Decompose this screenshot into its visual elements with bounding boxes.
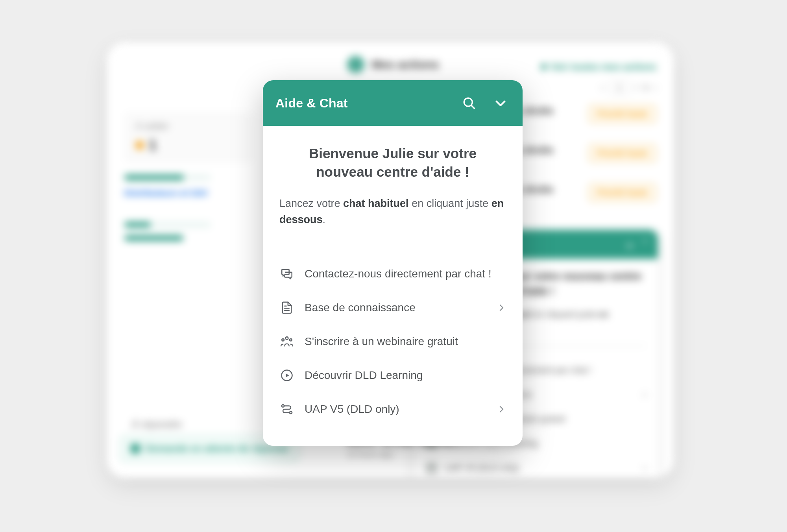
svg-line-1 (471, 105, 475, 109)
bg-echo-item: UAP V5 (DLD only)› (426, 456, 646, 478)
help-welcome-title: Bienvenue Julie sur votre nouveau centre… (279, 144, 506, 181)
help-header-title: Aide & Chat (275, 96, 348, 111)
bg-pager[interactable]: ‹ 1 / 3 › (601, 81, 656, 94)
pager-page: 1 (609, 81, 630, 94)
help-item-label: Base de connaissance (305, 301, 486, 314)
help-item-webinar[interactable]: S'inscrire à un webinaire gratuit (279, 325, 506, 358)
svg-point-7 (290, 339, 292, 341)
bg-view-all-label: Voir toutes mes actions (551, 61, 656, 72)
pager-sep: / (635, 83, 637, 93)
priority-badge: Priorité haute (588, 144, 656, 163)
svg-point-5 (286, 337, 288, 340)
priority-badge: Priorité haute (588, 183, 656, 202)
bg-progress-bar (124, 235, 183, 241)
pager-total: 3 (643, 83, 648, 93)
help-sub-bold: chat habituel (343, 198, 409, 209)
svg-point-6 (282, 339, 284, 341)
help-sub-part: en cliquant juste (409, 198, 491, 209)
chat-icon (279, 266, 294, 281)
help-list: Contactez-nous directement par chat ! Ba… (279, 249, 506, 442)
help-item-label: Contactez-nous directement par chat ! (305, 268, 506, 280)
pager-prev[interactable]: ‹ (601, 83, 604, 93)
people-icon (279, 334, 294, 349)
chevron-right-icon (497, 303, 506, 312)
collapse-button[interactable] (493, 95, 508, 111)
bg-bottom-pill-label: Demande en attente de réponse (146, 443, 288, 454)
help-body: Bienvenue Julie sur votre nouveau centre… (263, 126, 523, 446)
help-sub-part: Lancez votre (279, 198, 343, 209)
bg-stat-label: À valider (135, 121, 242, 131)
chevron-down-icon: ˅ (643, 238, 648, 251)
bg-actions-title: Mes actions (371, 58, 439, 71)
search-button[interactable] (461, 95, 477, 111)
play-circle-icon (279, 368, 294, 383)
plus-icon (541, 64, 547, 70)
help-sub-part: . (323, 214, 326, 225)
help-item-label: Découvrir DLD Learning (305, 369, 506, 382)
priority-badge: Priorité haute (588, 105, 656, 123)
route-icon (279, 402, 294, 417)
bg-stat-value: 1 (149, 137, 157, 153)
search-icon (462, 96, 476, 110)
bg-view-all-link[interactable]: Voir toutes mes actions (541, 61, 656, 72)
divider (263, 245, 523, 245)
bg-actions-header: Mes actions (347, 56, 439, 73)
help-item-chat[interactable]: Contactez-nous directement par chat ! (279, 257, 506, 291)
help-subtitle: Lancez votre chat habituel en cliquant j… (279, 196, 506, 229)
pager-next[interactable]: › (654, 83, 656, 93)
status-dot-icon (135, 141, 144, 150)
help-panel: Aide & Chat Bienvenue Julie sur votre no… (263, 80, 523, 446)
bg-stat-card: À valider 1 (124, 112, 253, 163)
bg-progress-bar (124, 222, 211, 227)
help-item-knowledge-base[interactable]: Base de connaissance (279, 291, 506, 325)
bg-caption-sub: 10 hours ago (347, 450, 460, 459)
bg-left-column: À valider 1 Distributeurs et SAV (124, 112, 253, 249)
inbox-icon (131, 444, 140, 453)
help-header: Aide & Chat (263, 80, 523, 126)
search-icon: ⌕ (627, 238, 633, 251)
bg-breakdown-label: Distributeurs et SAV (124, 188, 253, 198)
avatar (347, 56, 364, 73)
bg-progress-bar (124, 175, 211, 180)
help-item-uap[interactable]: UAP V5 (DLD only) (279, 392, 506, 426)
chevron-right-icon (497, 405, 506, 414)
svg-marker-9 (286, 373, 289, 377)
document-icon (279, 300, 294, 315)
help-item-learning[interactable]: Découvrir DLD Learning (279, 358, 506, 392)
help-item-label: S'inscrire à un webinaire gratuit (305, 335, 506, 348)
chevron-down-icon (493, 96, 508, 110)
help-item-label: UAP V5 (DLD only) (305, 403, 486, 416)
